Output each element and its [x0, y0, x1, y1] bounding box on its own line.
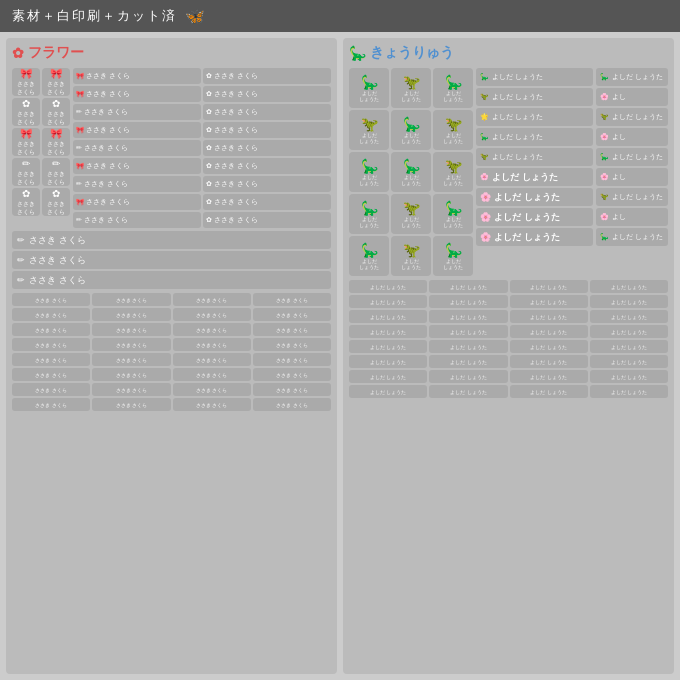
- dino-sq-9: 🦖 よしだしょうた: [433, 152, 473, 192]
- wide-bow-4a: 🎀ささき さくら: [73, 122, 201, 138]
- dino-small-row-8: よしだ しょうた よしだ しょうた よしだ しょうた よしだ しょうた: [349, 385, 668, 398]
- flower-wide-lg-1: ✏ささき さくら: [12, 231, 331, 249]
- flower-single-wides: ✏ささき さくら ✏ささき さくら ✏ささき さくら: [12, 231, 331, 289]
- sticker-sq-bow-3: 🎀 ささきさくら: [12, 128, 40, 156]
- wide-flower-3a: ✿ささき さくら: [203, 104, 331, 120]
- sm-8d: ささき さくら: [253, 398, 331, 411]
- dino-squares-col: 🦕 よしだしょうた 🦖 よしだしょうた 🦕 よしだしょうた 🦖: [349, 68, 473, 276]
- flower-small-row-8: ささき さくら ささき さくら ささき さくら ささき さくら: [12, 398, 331, 411]
- sticker-sq-bow-1: 🎀 ささきさくら: [12, 68, 40, 96]
- flower-small-row-7: ささき さくら ささき さくら ささき さくら ささき さくら: [12, 383, 331, 396]
- wide-flower-4a: ✿ささき さくら: [203, 122, 331, 138]
- dsm-3c: よしだ しょうた: [510, 310, 588, 323]
- dsm-5b: よしだ しょうた: [429, 340, 507, 353]
- dino-r-wide-6: 🌸よし: [596, 168, 668, 186]
- sm-3d: ささき さくら: [253, 323, 331, 336]
- wide-bow-2a: 🎀ささき さくら: [73, 86, 201, 102]
- dino-small-rows: よしだ しょうた よしだ しょうた よしだ しょうた よしだ しょうた よしだ …: [349, 280, 668, 398]
- dsm-7c: よしだ しょうた: [510, 370, 588, 383]
- dsm-4c: よしだ しょうた: [510, 325, 588, 338]
- dino-section-title: 🦕 きょうりゅう: [349, 44, 668, 62]
- dsm-7a: よしだ しょうた: [349, 370, 427, 383]
- dino-small-row-1: よしだ しょうた よしだ しょうた よしだ しょうた よしだ しょうた: [349, 280, 668, 293]
- dsm-6d: よしだ しょうた: [590, 355, 668, 368]
- flower-squares-col: 🎀 ささきさくら 🎀 ささきさくら ✿ ささきさくら ✿: [12, 68, 70, 228]
- sticker-sq-f5a: ✿ ささきさくら: [12, 188, 40, 216]
- dsm-1a: よしだ しょうた: [349, 280, 427, 293]
- dsm-3b: よしだ しょうた: [429, 310, 507, 323]
- flower-wides-col: 🎀ささき さくら✿ささき さくら 🎀ささき さくら✿ささき さくら ✏ささき さ…: [73, 68, 331, 228]
- sticker-sq-bow-4: 🎀 ささきさくら: [42, 128, 70, 156]
- wide-flower-2a: ✿ささき さくら: [203, 86, 331, 102]
- sm-4c: ささき さくら: [173, 338, 251, 351]
- dino-sq-13: 🦕 よしだしょうた: [349, 236, 389, 276]
- sm-6a: ささき さくら: [12, 368, 90, 381]
- dino-right-wide-col: 🦕よしだ しょうた 🌸よし 🦖よしだ しょうた 🌸よし 🦕よしだ しょうた 🌸よ…: [596, 68, 668, 276]
- dino-sq-10: 🦕 よしだしょうた: [349, 194, 389, 234]
- sm-5c: ささき さくら: [173, 353, 251, 366]
- flower-large-area: 🎀 ささきさくら 🎀 ささきさくら ✿ ささきさくら ✿: [12, 68, 331, 228]
- dsm-1b: よしだ しょうた: [429, 280, 507, 293]
- dino-small-row-4: よしだ しょうた よしだ しょうた よしだ しょうた よしだ しょうた: [349, 325, 668, 338]
- sticker-sq-flower-2: ✿ ささきさくら: [42, 98, 70, 126]
- dsm-3a: よしだ しょうた: [349, 310, 427, 323]
- dino-r-wide-4: 🌸よし: [596, 128, 668, 146]
- flower-small-rows: ささき さくら ささき さくら ささき さくら ささき さくら ささき さくら …: [12, 293, 331, 411]
- dsm-2c: よしだ しょうた: [510, 295, 588, 308]
- dino-sq-11: 🦖 よしだしょうた: [391, 194, 431, 234]
- wide-bow-8a: 🎀ささき さくら: [73, 194, 201, 210]
- wide-flower-5a: ✿ささき さくら: [203, 140, 331, 156]
- header-title: 素材＋白印刷＋カット済: [12, 7, 177, 25]
- dino-sq-15: 🦕 よしだしょうた: [433, 236, 473, 276]
- dino-small-row-7: よしだ しょうた よしだ しょうた よしだ しょうた よしだ しょうた: [349, 370, 668, 383]
- dsm-6a: よしだ しょうた: [349, 355, 427, 368]
- sm-7c: ささき さくら: [173, 383, 251, 396]
- dino-sq-6: 🦖 よしだしょうた: [433, 110, 473, 150]
- sm-2a: ささき さくら: [12, 308, 90, 321]
- flower-small-row-6: ささき さくら ささき さくら ささき さくら ささき さくら: [12, 368, 331, 381]
- dsm-5d: よしだ しょうた: [590, 340, 668, 353]
- flower-wide-lg-3: ✏ささき さくら: [12, 271, 331, 289]
- sm-3a: ささき さくら: [12, 323, 90, 336]
- wide-flower-8a: ✿ささき さくら: [203, 194, 331, 210]
- dsm-4b: よしだ しょうた: [429, 325, 507, 338]
- dsm-6c: よしだ しょうた: [510, 355, 588, 368]
- dino-sq-12: 🦕 よしだしょうた: [433, 194, 473, 234]
- dino-r-wide-9: 🦕よしだ しょうた: [596, 228, 668, 246]
- sm-7a: ささき さくら: [12, 383, 90, 396]
- dino-wide-1: 🦕よしだ しょうた: [476, 68, 593, 86]
- sticker-sq-flower-1: ✿ ささきさくら: [12, 98, 40, 126]
- sm-1b: ささき さくら: [92, 293, 170, 306]
- flower-icon: ✿: [12, 45, 24, 61]
- sm-5d: ささき さくら: [253, 353, 331, 366]
- sm-1c: ささき さくら: [173, 293, 251, 306]
- flower-small-row-1: ささき さくら ささき さくら ささき さくら ささき さくら: [12, 293, 331, 306]
- dino-wide-5: 🦖よしだ しょうた: [476, 148, 593, 166]
- sm-1a: ささき さくら: [12, 293, 90, 306]
- dino-wide-4: 🦕よしだ しょうた: [476, 128, 593, 146]
- dino-small-row-6: よしだ しょうた よしだ しょうた よしだ しょうた よしだ しょうた: [349, 355, 668, 368]
- flower-section-title: ✿ フラワー: [12, 44, 331, 62]
- dsm-4a: よしだ しょうた: [349, 325, 427, 338]
- dino-sq-1: 🦕 よしだしょうた: [349, 68, 389, 108]
- sm-8b: ささき さくら: [92, 398, 170, 411]
- flower-small-row-4: ささき さくら ささき さくら ささき さくら ささき さくら: [12, 338, 331, 351]
- wide-pen-9a: ✏ささき さくら: [73, 212, 201, 228]
- dsm-6b: よしだ しょうた: [429, 355, 507, 368]
- wide-flower-1a: ✿ささき さくら: [203, 68, 331, 84]
- dino-small-row-5: よしだ しょうた よしだ しょうた よしだ しょうた よしだ しょうた: [349, 340, 668, 353]
- sm-3b: ささき さくら: [92, 323, 170, 336]
- dino-sq-8: 🦕 よしだしょうた: [391, 152, 431, 192]
- sm-8c: ささき さくら: [173, 398, 251, 411]
- sticker-sq-bow-2: 🎀 ささきさくら: [42, 68, 70, 96]
- dsm-1c: よしだ しょうた: [510, 280, 588, 293]
- dsm-2d: よしだ しょうた: [590, 295, 668, 308]
- sticker-sq-pen-2: ✏ ささきさくら: [42, 158, 70, 186]
- dsm-7d: よしだ しょうた: [590, 370, 668, 383]
- sm-2c: ささき さくら: [173, 308, 251, 321]
- dino-sq-2: 🦖 よしだしょうた: [391, 68, 431, 108]
- dino-sq-7: 🦕 よしだしょうた: [349, 152, 389, 192]
- sm-8a: ささき さくら: [12, 398, 90, 411]
- dsm-8d: よしだ しょうた: [590, 385, 668, 398]
- flower-wide-lg-2: ✏ささき さくら: [12, 251, 331, 269]
